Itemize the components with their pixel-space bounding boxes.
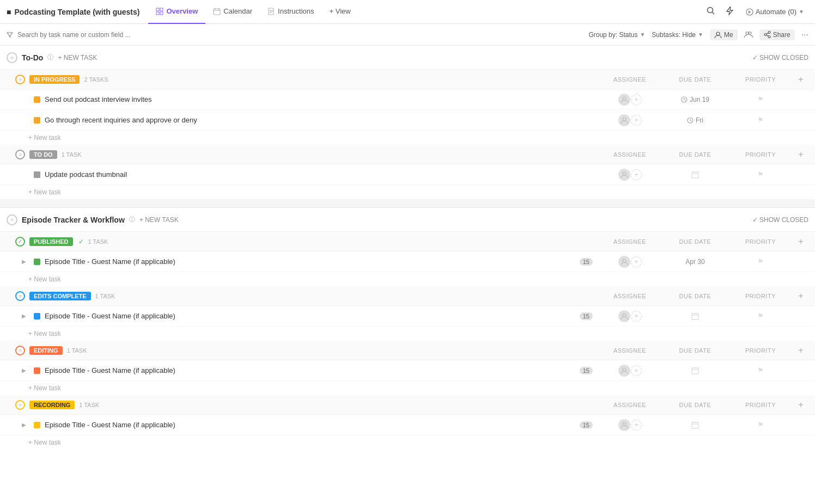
todo-collapse-button[interactable]: ○	[7, 52, 17, 63]
add-assignee-button[interactable]: +	[631, 115, 642, 126]
task-name[interactable]: Episode Title - Guest Name (if applicabl…	[45, 421, 572, 429]
tab-overview[interactable]: Overview	[148, 0, 205, 24]
in-progress-collapse[interactable]: ○	[15, 75, 25, 84]
avatar	[618, 310, 631, 323]
task-badge: 15	[580, 258, 593, 266]
subtasks-label: Subtasks: Hide	[652, 31, 696, 39]
svg-rect-3	[160, 12, 163, 15]
new-task-row[interactable]: + New task	[0, 185, 815, 199]
task-name[interactable]: Episode Title - Guest Name (if applicabl…	[45, 312, 572, 320]
due-date-text: Jun 19	[690, 96, 709, 103]
add-col-button[interactable]: +	[793, 400, 808, 410]
add-assignee-button[interactable]: +	[631, 365, 642, 376]
add-col-button[interactable]: +	[793, 150, 808, 159]
add-col-button[interactable]: +	[793, 291, 808, 301]
svg-line-13	[712, 12, 714, 14]
group-by-dropdown[interactable]: Group by: Status ▼	[588, 31, 645, 39]
svg-rect-42	[692, 422, 698, 428]
user-avatar-icon	[621, 96, 628, 103]
add-assignee-button[interactable]: +	[631, 311, 642, 322]
top-nav-right: Automate (0) ▼	[704, 4, 808, 20]
edits-complete-collapse[interactable]: ○	[15, 291, 25, 301]
toolbar: Group by: Status ▼ Subtasks: Hide ▼ Me	[0, 24, 815, 46]
recording-collapse[interactable]: ○	[15, 400, 25, 410]
svg-rect-4	[214, 9, 220, 15]
due-date-col	[662, 421, 728, 429]
task-name[interactable]: Episode Title - Guest Name (if applicabl…	[45, 366, 572, 374]
task-status-dot	[34, 422, 40, 428]
more-options-button[interactable]: ···	[801, 30, 808, 40]
tab-calendar[interactable]: Calendar	[205, 0, 260, 24]
due-date-col	[662, 312, 728, 321]
add-col-button[interactable]: +	[793, 75, 808, 84]
new-task-row[interactable]: + New task	[0, 327, 815, 341]
priority-col: ⚑	[728, 366, 793, 374]
published-collapse[interactable]: ✓	[15, 237, 25, 247]
svg-rect-0	[156, 8, 159, 11]
table-row: Send out podcast interview invites + Jun…	[0, 89, 815, 110]
add-assignee-button[interactable]: +	[631, 420, 642, 431]
task-name[interactable]: Send out podcast interview invites	[45, 95, 593, 103]
task-expand-button[interactable]: ▶	[22, 367, 29, 373]
todo-show-closed-button[interactable]: ✓ SHOW CLOSED	[752, 54, 808, 62]
episode-tracker-show-closed-button[interactable]: ✓ SHOW CLOSED	[752, 216, 808, 224]
task-expand-button[interactable]: ▶	[22, 259, 29, 265]
avatar	[618, 255, 631, 268]
search-input[interactable]	[17, 31, 584, 39]
svg-point-16	[746, 32, 749, 34]
me-button[interactable]: Me	[710, 29, 738, 40]
filter-icon	[7, 32, 13, 38]
priority-flag: ⚑	[757, 421, 764, 429]
user-icon	[714, 31, 722, 39]
editing-collapse[interactable]: ○	[15, 346, 25, 355]
todo-new-task-button[interactable]: + NEW TASK	[58, 54, 97, 62]
add-col-button[interactable]: +	[793, 237, 808, 247]
task-name[interactable]: Episode Title - Guest Name (if applicabl…	[45, 257, 572, 266]
add-assignee-button[interactable]: +	[631, 94, 642, 105]
share-button[interactable]: Share	[759, 29, 795, 40]
clock-icon	[681, 96, 688, 103]
episode-tracker-section: ○ Episode Tracker & Workflow ⓘ + NEW TAS…	[0, 208, 815, 450]
task-columns: + Fri ⚑	[597, 114, 808, 127]
new-task-row[interactable]: + New task	[0, 272, 815, 286]
episode-tracker-info-icon[interactable]: ⓘ	[129, 216, 135, 224]
svg-point-27	[623, 118, 626, 121]
task-badge: 15	[580, 367, 593, 374]
task-columns: + ⚑	[597, 310, 808, 323]
filter-button[interactable]	[7, 32, 13, 38]
new-task-row[interactable]: + New task	[0, 381, 815, 395]
new-task-row[interactable]: + New task	[0, 131, 815, 145]
recording-col-headers: ASSIGNEE DUE DATE PRIORITY +	[597, 400, 808, 410]
tab-instructions[interactable]: Instructions	[260, 0, 321, 24]
due-date-col-header: DUE DATE	[662, 151, 728, 158]
tab-add-view[interactable]: + View	[322, 0, 358, 24]
search-button[interactable]	[704, 4, 717, 20]
user-avatar-icon	[621, 367, 628, 374]
new-task-row[interactable]: + New task	[0, 435, 815, 450]
todo-info-icon[interactable]: ⓘ	[47, 53, 53, 62]
editing-badge: EDITING	[29, 346, 63, 355]
priority-col: ⚑	[728, 170, 793, 179]
due-date-value: Apr 30	[685, 258, 704, 266]
automate-label: Automate (0)	[756, 8, 796, 16]
add-assignee-button[interactable]: +	[631, 169, 642, 180]
svg-line-21	[766, 33, 768, 34]
subtasks-dropdown[interactable]: Subtasks: Hide ▼	[652, 31, 703, 39]
task-expand-button[interactable]: ▶	[22, 422, 29, 428]
todo-show-closed-label: ✓ SHOW CLOSED	[752, 54, 808, 62]
task-expand-button[interactable]: ▶	[22, 313, 29, 319]
task-name[interactable]: Update podcast thumbnail	[45, 170, 593, 179]
automate-button[interactable]: Automate (0) ▼	[741, 5, 808, 18]
lightning-button[interactable]	[723, 4, 736, 20]
add-col-button[interactable]: +	[793, 346, 808, 355]
episode-tracker-new-task-button[interactable]: + NEW TASK	[139, 216, 179, 224]
task-name[interactable]: Go through recent inquiries and approve …	[45, 116, 593, 124]
add-assignee-button[interactable]: +	[631, 256, 642, 267]
subtasks-arrow: ▼	[698, 32, 703, 38]
file-icon	[267, 8, 275, 15]
task-columns: + Apr 30 ⚑	[597, 255, 808, 268]
episode-tracker-collapse-button[interactable]: ○	[7, 214, 17, 225]
todo-collapse[interactable]: ○	[15, 150, 25, 159]
to-do-count: 1 TASK	[62, 151, 82, 158]
calendar-empty-icon	[691, 366, 700, 375]
